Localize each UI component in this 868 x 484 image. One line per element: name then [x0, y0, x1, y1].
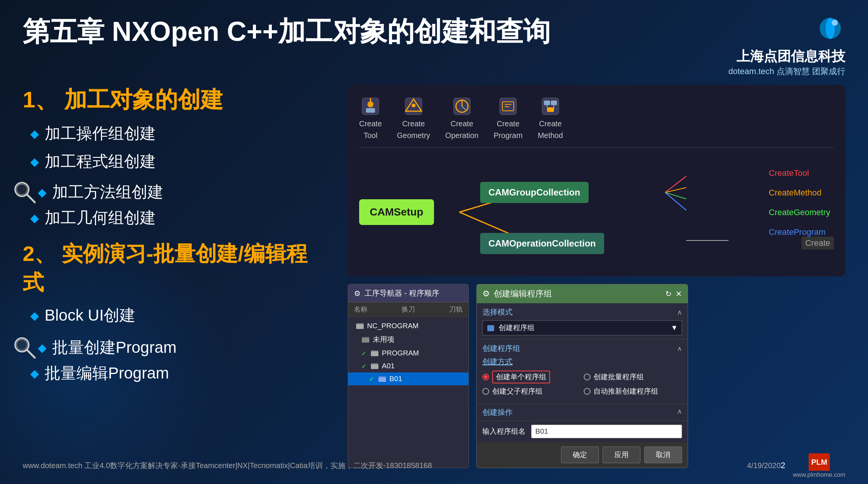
bullet-item: ◆ Block UI创建 [30, 305, 325, 326]
svg-line-7 [27, 350, 35, 358]
folder-icon [361, 335, 370, 344]
folder-icon [370, 349, 379, 357]
nav-item-program[interactable]: ✓ PROGRAM [348, 347, 468, 360]
program-name-input[interactable]: B01 [531, 425, 682, 438]
magnifier-icon-2 [11, 334, 38, 361]
radio-circle-single[interactable] [482, 374, 489, 380]
section-2-bullets: ◆ Block UI创建 ◆ 批量创建Program [30, 305, 325, 384]
create-method-label[interactable]: 创建方式 [482, 357, 682, 367]
bullet-diamond-icon: ◆ [38, 186, 46, 199]
create-op-section: 创建操作 ∧ [477, 404, 688, 421]
create-program-header: 创建程序组 ∧ [482, 343, 682, 354]
svg-text:PLM: PLM [811, 458, 827, 466]
toolbar-create-geometry[interactable]: Create Geometry [397, 96, 430, 140]
collapse-icon[interactable]: ∧ [677, 308, 682, 316]
nav-item-nc-program[interactable]: NC_PROGRAM [348, 320, 468, 332]
radio-auto[interactable]: 自动推新创建程序组 [584, 386, 682, 396]
slide-header: 第五章 NXOpen C++加工对象的创建和查询 上海点团信息科技 doteam… [23, 15, 845, 77]
bullet-diamond-icon: ◆ [30, 127, 39, 140]
section-2-title: 2、 实例演习-批量创建/编辑程式 [23, 240, 325, 297]
bullet-diamond-icon: ◆ [38, 341, 46, 354]
radio-parent-child[interactable]: 创建父子程序组 [482, 386, 581, 396]
company-slogan: doteam.tech 点滴智慧 团聚成行 [728, 66, 845, 77]
bullet-item: ◆ 批量创建Program [38, 337, 177, 358]
nav-item-unused[interactable]: 未用项 [348, 332, 468, 347]
cam-setup-box: CAMSetup [359, 199, 434, 225]
close-icon[interactable]: ✕ [676, 289, 682, 298]
toolbar-create-tool[interactable]: Create Tool [359, 96, 382, 140]
bullet-diamond-icon: ◆ [30, 155, 39, 168]
folder-icon [370, 362, 379, 370]
svg-rect-38 [356, 324, 364, 329]
footer: www.doteam.tech 工业4.0数字化方案解决专家-承接Teamcen… [23, 453, 845, 478]
plm-logo-icon: PLM [808, 453, 831, 472]
radio-single[interactable]: 创建单个程序组 [482, 371, 581, 383]
radio-group: 创建单个程序组 创建批量程序组 创建父子程序组 [482, 371, 682, 396]
bullet-diamond-icon: ◆ [30, 211, 39, 225]
select-mode-dropdown[interactable]: 创建程序组 ▼ [482, 320, 682, 335]
svg-rect-44 [371, 365, 378, 369]
bullet-item: ◆ 批量编辑Program [30, 363, 325, 384]
svg-rect-42 [371, 352, 378, 356]
radio-batch[interactable]: 创建批量程序组 [584, 371, 682, 383]
svg-point-10 [367, 101, 374, 107]
footer-right: 2 PLM www.plmhome.com [781, 453, 845, 478]
navigator-header: ⚙ 工序导航器 - 程序顺序 [348, 284, 468, 302]
nav-item-a01[interactable]: ✓ A01 [348, 360, 468, 372]
svg-line-33 [665, 188, 686, 192]
radio-circle-parent-child[interactable] [482, 388, 489, 395]
svg-rect-26 [551, 101, 557, 105]
method-labels: CreateTool CreateMethod CreateGeometry C… [765, 167, 834, 239]
svg-rect-25 [544, 101, 550, 105]
plm-website: www.plmhome.com [793, 472, 845, 478]
radio-label-parent-child: 创建父子程序组 [492, 386, 542, 396]
toolbar-create-program[interactable]: Create Program [494, 96, 523, 140]
navigator-panel: ⚙ 工序导航器 - 程序顺序 名称 换刀 刀轨 [348, 284, 469, 468]
radio-label-auto: 自动推新创建程序组 [594, 386, 658, 396]
main-content: 1、 加工对象的创建 ◆ 加工操作组创建 ◆ 加工程式组创建 [23, 85, 845, 468]
svg-rect-47 [487, 325, 494, 331]
create-geometry-icon [403, 96, 424, 116]
svg-rect-24 [542, 98, 559, 115]
create-label: Create [801, 237, 834, 250]
cam-group-box: CAMGroupCollection [480, 182, 589, 203]
nav-item-b01[interactable]: ✓ B01 [348, 372, 468, 385]
create-operation-icon [452, 96, 472, 116]
slide-title: 第五章 NXOpen C++加工对象的创建和查询 [23, 15, 550, 48]
svg-line-34 [665, 192, 686, 199]
bullet-item: ◆ 加工程式组创建 [30, 151, 325, 172]
left-column: 1、 加工对象的创建 ◆ 加工操作组创建 ◆ 加工程式组创建 [23, 85, 325, 468]
toolbar-create-method[interactable]: Create Method [538, 96, 563, 140]
bullet-item: ◆ 加工几何组创建 [30, 207, 325, 228]
collapse-op-icon[interactable]: ∧ [677, 407, 682, 417]
radio-label-single: 创建单个程序组 [492, 371, 550, 383]
svg-rect-40 [362, 338, 369, 343]
section-2: 2、 实例演习-批量创建/编辑程式 ◆ Block UI创建 [23, 240, 325, 384]
section-1: 1、 加工对象的创建 ◆ 加工操作组创建 ◆ 加工程式组创建 [23, 85, 325, 228]
svg-rect-46 [378, 377, 386, 382]
section-1-title: 1、 加工对象的创建 [23, 85, 325, 115]
radio-circle-auto[interactable] [584, 388, 591, 395]
radio-circle-batch[interactable] [584, 374, 591, 380]
toolbar-create-operation[interactable]: Create Operation [445, 96, 479, 140]
create-method-icon [540, 96, 561, 116]
dialog-header-left: ⚙ 创建编辑程序组 [482, 288, 552, 299]
logo-area: 上海点团信息科技 doteam.tech 点滴智慧 团聚成行 [728, 15, 845, 77]
navigator-columns: 名称 换刀 刀轨 [348, 302, 468, 316]
create-tool-icon [360, 96, 381, 116]
refresh-icon[interactable]: ↻ [665, 289, 672, 298]
section-header: 选择模式 ∧ [482, 307, 682, 317]
collapse-icon[interactable]: ∧ [677, 344, 682, 353]
dialog-header: ⚙ 创建编辑程序组 ↻ ✕ [477, 284, 688, 303]
page-number: 2 [781, 461, 785, 470]
create-program-icon [498, 96, 518, 116]
svg-point-8 [17, 340, 27, 350]
input-row: 输入程序组名 B01 [477, 421, 688, 442]
dropdown-arrow-icon: ▼ [671, 324, 678, 332]
cam-diagram-area: Create Tool Create Geometry [348, 85, 845, 276]
company-name: 上海点团信息科技 [736, 47, 845, 66]
magnifier-icon-1 [11, 179, 38, 205]
radio-label-batch: 创建批量程序组 [594, 372, 644, 382]
folder-icon [378, 375, 386, 383]
svg-line-32 [665, 176, 686, 192]
